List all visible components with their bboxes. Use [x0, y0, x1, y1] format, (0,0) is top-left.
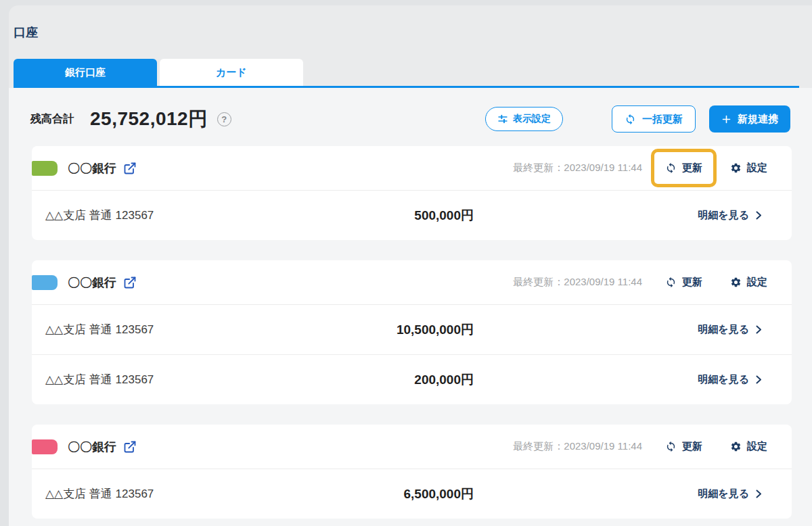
update-label: 更新: [682, 276, 702, 289]
account-color-swatch: [32, 439, 58, 454]
external-link-icon[interactable]: [123, 162, 137, 175]
update-button-highlight: 更新: [651, 149, 717, 187]
update-button[interactable]: 更新: [665, 162, 702, 174]
account-balance: 6,500,000円: [248, 485, 474, 503]
chevron-right-icon: [756, 375, 762, 384]
gear-icon: [730, 441, 742, 452]
bank-name: 〇〇銀行: [68, 160, 116, 176]
sync-icon: [665, 162, 677, 174]
settings-button[interactable]: 設定: [730, 440, 767, 453]
tune-icon: [497, 114, 508, 124]
bank-name: 〇〇銀行: [68, 274, 116, 291]
last-updated-text: 最終更新：2023/09/19 11:44: [513, 162, 642, 174]
bulk-update-label: 一括更新: [642, 113, 683, 126]
account-balance: 10,500,000円: [248, 321, 474, 339]
view-details-label: 明細を見る: [698, 373, 749, 386]
bank-name: 〇〇銀行: [68, 439, 116, 455]
external-link-icon[interactable]: [123, 276, 137, 289]
display-settings-label: 表示設定: [513, 113, 551, 125]
update-label: 更新: [682, 440, 702, 453]
account-card-header: 〇〇銀行 最終更新：2023/09/19 11:44: [32, 260, 792, 304]
sync-icon: [665, 277, 677, 288]
page-title: 口座: [9, 5, 812, 41]
account-balance: 200,000円: [248, 371, 474, 389]
account-balance: 500,000円: [248, 207, 474, 224]
account-card: 〇〇銀行 最終更新：2023/09/19 11:44: [32, 260, 792, 404]
gear-icon: [730, 162, 742, 174]
new-link-button[interactable]: 新規連携: [709, 105, 790, 133]
update-button[interactable]: 更新: [665, 276, 702, 289]
sync-icon: [625, 114, 636, 125]
account-row: △△支店 普通 123567 500,000円 明細を見る: [32, 190, 792, 240]
help-icon[interactable]: ?: [217, 112, 231, 126]
branch-account-number: △△支店 普通 123567: [45, 208, 248, 223]
view-details-label: 明細を見る: [698, 323, 749, 336]
branch-account-number: △△支店 普通 123567: [45, 486, 248, 502]
bulk-update-button[interactable]: 一括更新: [612, 105, 696, 133]
update-button[interactable]: 更新: [665, 440, 702, 453]
view-details-label: 明細を見る: [698, 487, 749, 500]
branch-account-number: △△支店 普通 123567: [45, 372, 248, 387]
view-details-link[interactable]: 明細を見る: [698, 209, 762, 222]
settings-label: 設定: [747, 162, 767, 174]
balance-total-amount: 25,752,012円: [90, 106, 208, 132]
view-details-link[interactable]: 明細を見る: [698, 373, 762, 386]
account-card-header: 〇〇銀行 最終更新：2023/09/19 11:44: [32, 146, 792, 190]
account-color-swatch: [32, 161, 58, 176]
tab-bank-accounts[interactable]: 銀行口座: [14, 59, 157, 86]
account-row: △△支店 普通 123567 200,000円 明細を見る: [32, 354, 792, 404]
account-card-header: 〇〇銀行 最終更新：2023/09/19 11:44: [32, 425, 792, 469]
tab-cards[interactable]: カード: [160, 59, 303, 86]
view-details-link[interactable]: 明細を見る: [698, 487, 762, 500]
update-label: 更新: [682, 162, 702, 174]
accounts-panel: 口座 銀行口座 カード 残高合計 25,752,012円 ? 表示設定: [9, 5, 812, 526]
plus-icon: [721, 114, 731, 124]
balance-total-label: 残高合計: [30, 112, 74, 126]
account-row: △△支店 普通 123567 10,500,000円 明細を見る: [32, 304, 792, 354]
settings-button[interactable]: 設定: [730, 276, 767, 289]
sync-icon: [665, 441, 677, 452]
branch-account-number: △△支店 普通 123567: [45, 322, 248, 337]
external-link-icon[interactable]: [123, 440, 137, 454]
display-settings-button[interactable]: 表示設定: [485, 107, 563, 131]
account-card: 〇〇銀行 最終更新：2023/09/19 11:44: [32, 146, 792, 240]
chevron-right-icon: [756, 489, 762, 498]
tab-bar: 銀行口座 カード: [14, 59, 799, 86]
last-updated-text: 最終更新：2023/09/19 11:44: [513, 276, 642, 289]
account-row: △△支店 普通 123567 6,500,000円 明細を見る: [32, 469, 792, 519]
settings-button[interactable]: 設定: [730, 162, 767, 174]
view-details-link[interactable]: 明細を見る: [698, 323, 762, 336]
last-updated-text: 最終更新：2023/09/19 11:44: [513, 440, 642, 453]
main-content: 残高合計 25,752,012円 ? 表示設定: [9, 88, 812, 526]
view-details-label: 明細を見る: [698, 209, 749, 222]
toolbar: 残高合計 25,752,012円 ? 表示設定: [9, 88, 812, 133]
gear-icon: [730, 277, 742, 288]
chevron-right-icon: [756, 211, 762, 220]
settings-label: 設定: [747, 276, 767, 289]
account-color-swatch: [32, 275, 58, 290]
account-card-list: 〇〇銀行 最終更新：2023/09/19 11:44: [32, 146, 792, 519]
chevron-right-icon: [756, 325, 762, 334]
new-link-label: 新規連携: [738, 113, 778, 126]
settings-label: 設定: [747, 440, 767, 453]
account-card: 〇〇銀行 最終更新：2023/09/19 11:44: [32, 425, 792, 519]
